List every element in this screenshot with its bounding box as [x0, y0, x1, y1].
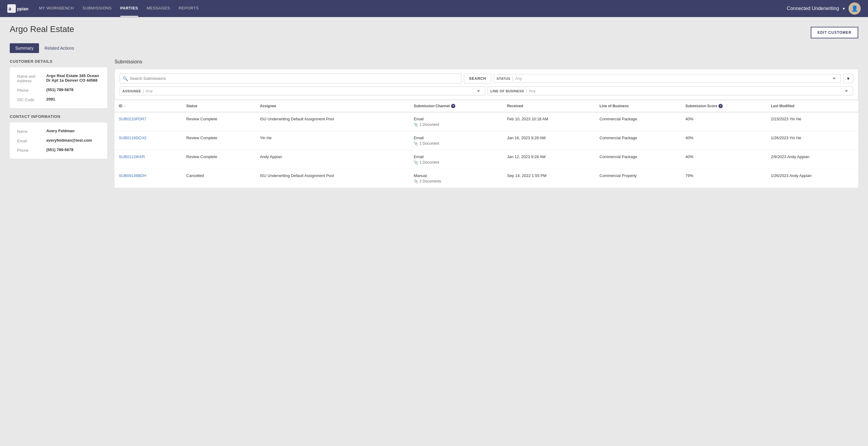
th-received: Received [503, 100, 595, 112]
cell-id-1: SUB0116DCH2 [115, 131, 182, 150]
channel-help-icon[interactable]: ? [451, 104, 455, 108]
submission-link-3[interactable]: SUB09148BDH [119, 173, 146, 178]
sic-code-label: SIC Code [17, 97, 41, 102]
cell-lob-3: Commercial Property [595, 169, 681, 188]
contact-email-row: Email averyfeldman@test.com [17, 138, 100, 143]
search-button[interactable]: SEARCH [464, 74, 492, 84]
cell-score-0: 40% [681, 112, 767, 131]
contact-email-label: Email [17, 138, 41, 143]
cell-status-2: Review Complete [182, 150, 256, 169]
paperclip-icon-1: 📎 [413, 141, 418, 146]
edit-customer-button[interactable]: EDIT CUSTOMER [811, 27, 858, 38]
nav-my-workbench[interactable]: MY WORKBENCH [39, 0, 74, 17]
filter-icon: ▼ [846, 76, 850, 81]
cell-channel-2: Email 📎 1 Document [409, 150, 502, 169]
th-lob: Line of Business [595, 100, 681, 112]
lob-filter-wrap: LINE OF BUSINESS | Any [488, 87, 853, 95]
table-row: SUB0116DCH2 Review Complete Yin He Email… [115, 131, 858, 150]
paperclip-icon-0: 📎 [413, 122, 418, 127]
status-filter-wrap: STATUS | Any [494, 74, 841, 83]
filter-icon-button[interactable]: ▼ [843, 74, 853, 83]
assignee-filter-label: ASSIGNEE [122, 89, 141, 93]
nav-messages[interactable]: MESSAGES [147, 0, 170, 17]
phone-value: (551) 789-5678 [46, 87, 73, 93]
table-row: SUB09148BDH Cancelled ISU Underwriting D… [115, 169, 858, 188]
cell-status-3: Cancelled [182, 169, 256, 188]
contact-phone-label: Phone [17, 147, 41, 153]
nav-reports[interactable]: REPORTS [179, 0, 198, 17]
submissions-heading: Submissions [115, 59, 858, 65]
assignee-filter-select[interactable]: Any [146, 87, 483, 95]
cell-status-0: Review Complete [182, 112, 256, 131]
cell-id-0: SUB0210PDR7 [115, 112, 182, 131]
status-filter-label: STATUS [496, 77, 510, 81]
app-name-dropdown-arrow[interactable]: ▾ [843, 6, 845, 11]
submissions-table: ID ↓ Status Assignee Submission Channel … [115, 100, 858, 188]
contact-name-value: Avery Feldman [46, 128, 74, 134]
submission-link-0[interactable]: SUB0210PDR7 [119, 117, 146, 121]
submission-link-1[interactable]: SUB0116DCH2 [119, 136, 147, 140]
top-navigation: a ppian MY WORKBENCH SUBMISSIONS PARTIES… [0, 0, 868, 17]
cell-channel-3: Manual 📎 2 Documents [409, 169, 502, 188]
doc-count-3: 2 Documents [420, 179, 441, 183]
cell-assignee-1: Yin He [255, 131, 409, 150]
tab-summary[interactable]: Summary [10, 43, 39, 53]
cell-score-1: 40% [681, 131, 767, 150]
sic-code-row: SIC Code 2091 [17, 97, 100, 102]
cell-status-1: Review Complete [182, 131, 256, 150]
main-layout: Customer Details Name and Address Argo R… [10, 59, 858, 188]
cell-lob-1: Commercial Package [595, 131, 681, 150]
th-assignee: Assignee [255, 100, 409, 112]
sic-code-value: 2091 [46, 97, 55, 102]
table-row: SUB0210PDR7 Review Complete ISU Underwri… [115, 112, 858, 131]
nav-submissions[interactable]: SUBMISSIONS [83, 0, 112, 17]
customer-details-card: Name and Address Argo Real Estate 345 Oc… [10, 67, 107, 108]
contact-name-row: Name Avery Feldman [17, 128, 100, 134]
th-status: Status [182, 100, 256, 112]
th-channel: Submission Channel ? [409, 100, 502, 112]
svg-text:ppian: ppian [17, 6, 28, 11]
contact-name-label: Name [17, 128, 41, 134]
table-row: SUB0112IKKR Review Complete Andy Appian … [115, 150, 858, 169]
status-filter-select[interactable]: Any [515, 74, 838, 83]
score-help-icon[interactable]: ? [718, 104, 723, 108]
nav-parties[interactable]: PARTIES [120, 0, 138, 17]
lob-filter-label: LINE OF BUSINESS [490, 89, 524, 93]
table-header-row: ID ↓ Status Assignee Submission Channel … [115, 100, 858, 112]
cell-received-2: Jan 12, 2023 9:28 AM [503, 150, 595, 169]
lob-filter-select[interactable]: Any [529, 87, 850, 95]
tab-related-actions[interactable]: Related Actions [39, 43, 80, 53]
cell-received-3: Sep 14, 2022 1:55 PM [503, 169, 595, 188]
contact-phone-row: Phone (551) 789-5678 [17, 147, 100, 153]
svg-text:a: a [8, 6, 11, 11]
search-input[interactable] [120, 73, 461, 84]
search-row-2: ASSIGNEE | Any LINE OF BUSINESS | Any [120, 87, 853, 95]
contact-phone-value: (551) 789-5678 [46, 147, 73, 153]
contact-info-heading: Contact Information [10, 114, 107, 119]
cell-last-modified-2: 2/9/2023 Andy Appian [767, 150, 858, 169]
appian-logo[interactable]: a ppian [7, 4, 29, 13]
cell-score-2: 40% [681, 150, 767, 169]
topnav-right: Connected Underwriting ▾ 👤 [787, 2, 861, 14]
cell-assignee-0: ISU Underwriting Default Assignment Pool [255, 112, 409, 131]
doc-count-0: 1 Document [420, 122, 439, 127]
app-name-label[interactable]: Connected Underwriting [787, 6, 839, 11]
customer-details-heading: Customer Details [10, 59, 107, 64]
search-input-wrap: 🔍 [120, 73, 461, 84]
cell-received-1: Jan 16, 2023 9:28 AM [503, 131, 595, 150]
name-address-row: Name and Address Argo Real Estate 345 Oc… [17, 73, 100, 83]
doc-count-1: 1 Document [420, 141, 439, 146]
nav-links: MY WORKBENCH SUBMISSIONS PARTIES MESSAGE… [39, 0, 787, 17]
page-header: Argo Real Estate EDIT CUSTOMER [10, 24, 858, 38]
cell-id-3: SUB09148BDH [115, 169, 182, 188]
paperclip-icon-2: 📎 [413, 160, 418, 165]
right-panel: Submissions 🔍 SEARCH STATUS | Any [115, 59, 858, 188]
user-avatar[interactable]: 👤 [848, 2, 861, 14]
name-address-label: Name and Address [17, 73, 41, 83]
search-row-1: 🔍 SEARCH STATUS | Any ▼ [120, 73, 853, 84]
paperclip-icon-3: 📎 [413, 179, 418, 183]
contact-info-card: Name Avery Feldman Email averyfeldman@te… [10, 122, 107, 159]
submission-link-2[interactable]: SUB0112IKKR [119, 154, 145, 159]
sort-icon-id[interactable]: ↓ [124, 104, 125, 108]
cell-lob-2: Commercial Package [595, 150, 681, 169]
